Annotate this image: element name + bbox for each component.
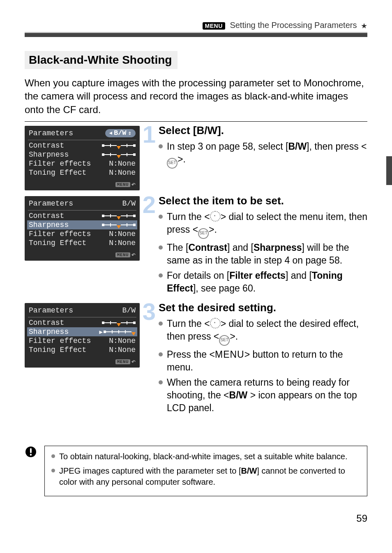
slider-icon [102,223,136,227]
menu-badge: MENU [203,22,225,30]
step-1: Parameters ◀ B/W ⇕ Contrast Sharpness Fi… [25,126,367,190]
page-number: 59 [25,513,367,524]
text: >. [230,331,238,342]
text: ] and [ [227,242,254,253]
lcd-bw-pill-text: B/W [114,129,127,137]
text: >. [178,154,186,164]
step-3-bullet-2: Press the <MENU> button to return to the… [159,348,367,374]
lcd-filter-value: N:None [109,337,136,345]
lcd-contrast: Contrast [29,141,64,150]
running-header: MENU Setting the Processing Parameters ★ [25,21,367,33]
menu-word: MENU [215,349,244,360]
svg-point-2 [30,454,32,456]
text: ], then press < [307,141,367,152]
bold-text: B/W [241,466,257,475]
star-icon: ★ [361,22,367,30]
bullet-dot-icon [159,144,163,148]
lcd-screenshot-3: Parameters B/W Contrast Sharpness ▶ Filt… [25,303,140,368]
bullet-dot-icon [159,352,163,356]
subtitle-box: Black-and-White Shooting [25,51,178,69]
lcd-contrast: Contrast [29,212,64,220]
lcd-toning: Toning Effect [29,169,86,177]
text: The [ [167,242,188,253]
lcd-bw-label: B/W [122,199,136,208]
play-marker-icon: ▶ [99,329,103,336]
caution-icon [25,446,37,461]
slider-icon [102,144,136,147]
section-side-tab [386,156,392,185]
caution-item-1: To obtain natural-looking, black-and-whi… [51,451,360,462]
lcd-param-label: Parameters [29,306,73,315]
lcd-filter-value: N:None [109,160,136,168]
lcd-toning-value: N:None [109,346,136,354]
undo-icon: ↶ [131,180,136,189]
set-icon: SET [198,228,209,239]
caution-box: To obtain natural-looking, black-and-whi… [44,446,367,496]
step-3-bullet-3: When the camera returns to being ready f… [159,376,367,414]
lcd-param-label: Parameters [29,129,73,137]
lcd-toning-value: N:None [109,239,136,247]
lcd-screenshot-2: Parameters B/W Contrast Sharpness Filter… [25,196,140,261]
step-3-bullet-1: Turn the <> dial to select the desired e… [159,317,367,346]
step-number-3: 3 [142,302,156,321]
lcd-footer: MENU↶ [29,177,136,189]
intro-paragraph: When you capture images with the process… [25,76,367,116]
step-number-1: 1 [142,125,156,144]
step-2-bullet-2: The [Contrast] and [Sharpness] will be t… [159,241,367,267]
text: For details on [ [167,270,229,281]
step-2: Parameters B/W Contrast Sharpness Filter… [25,196,367,297]
step-2-body: Select the item to be set. Turn the <> d… [159,196,367,297]
separator [25,121,367,122]
undo-icon: ↶ [131,251,136,259]
lcd-menu-badge: MENU [115,252,130,257]
slider-icon [102,214,136,217]
bullet-dot-icon [159,380,163,384]
step-2-bullet-1: Turn the <> dial to select the menu item… [159,211,367,239]
bullet-dot-icon [51,454,55,458]
bold-text: Filter effects [229,270,286,281]
step-3: Parameters B/W Contrast Sharpness ▶ Filt… [25,303,367,417]
text: >. [209,224,217,235]
caution-text-1: To obtain natural-looking, black-and-whi… [59,451,348,462]
caution-item-2: JPEG images captured with the parameter … [51,465,360,488]
updown-icon: ⇕ [128,130,131,137]
text: In step 3 on page 58, select [ [167,141,288,152]
lcd-contrast: Contrast [29,319,64,327]
step-1-bullet-1: In step 3 on page 58, select [B/W], then… [159,140,367,169]
undo-icon: ↶ [131,358,136,366]
lcd-filter: Filter effects [29,160,91,168]
lcd-toning: Toning Effect [29,346,86,354]
dial-icon [210,318,221,329]
bullet-dot-icon [51,469,55,472]
lcd-footer: MENU↶ [29,354,136,366]
bullet-dot-icon [159,215,163,219]
step-number-2: 2 [142,195,156,214]
lcd-menu-badge: MENU [115,359,130,364]
bullet-dot-icon [159,245,163,250]
lcd-sharpness-selected: Sharpness [29,221,69,229]
dial-icon [210,211,221,222]
lcd-bw-label: B/W [122,306,136,315]
slider-icon [102,321,136,324]
bold-text: Contrast [188,242,227,253]
lcd-screenshot-1: Parameters ◀ B/W ⇕ Contrast Sharpness Fi… [25,126,140,190]
lcd-bw-pill: ◀ B/W ⇕ [105,129,136,137]
slider-icon [102,153,136,156]
lcd-filter: Filter effects [29,230,91,238]
slider-icon: ▶ [99,329,136,336]
lcd-filter: Filter effects [29,337,91,345]
text: Turn the < [167,211,210,222]
step-1-title: Select [B/W]. [159,124,367,137]
text: ], see page 60. [193,283,256,294]
text: Press the < [167,349,215,360]
step-3-title: Set the desired setting. [159,301,367,314]
header-text: Setting the Processing Parameters [230,21,357,30]
lcd-filter-value: N:None [109,230,136,238]
lcd-toning-value: N:None [109,169,136,177]
lcd-sharpness: Sharpness [29,150,69,159]
set-icon: SET [167,158,178,169]
step-3-body: Set the desired setting. Turn the <> dia… [159,303,367,417]
lcd-param-label: Parameters [29,199,73,208]
header-divider [25,33,367,37]
bullet-dot-icon [159,322,163,326]
